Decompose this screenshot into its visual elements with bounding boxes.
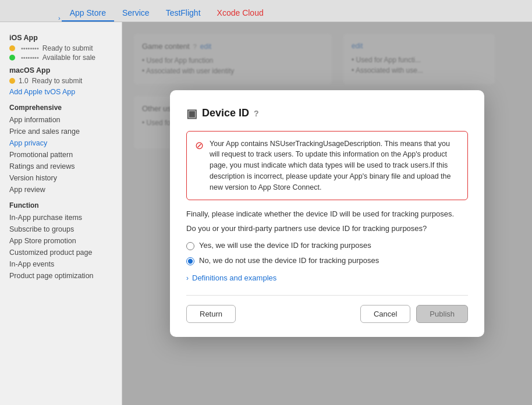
modal-question-2: Do you or your third-party partners use …	[186, 224, 468, 233]
sidebar-item-subscribe[interactable]: Subscribe to groups	[9, 223, 122, 235]
sidebar-item-events[interactable]: In-App events	[9, 258, 122, 270]
modal-question-1: Finally, please indicate whether the dev…	[186, 209, 468, 218]
sidebar-item-app-review[interactable]: App review	[9, 184, 122, 196]
warning-box: ⊘ Your App contains NSUserTrackingUsageD…	[186, 131, 468, 201]
sidebar-item-page-opt[interactable]: Product page optimization	[9, 270, 122, 282]
ios-app-row-1: •••••••• Ready to submit	[9, 44, 122, 52]
radio-no-input[interactable]	[186, 257, 194, 265]
sidebar-item-price[interactable]: Price and sales range	[9, 126, 122, 137]
warning-text: Your App contains NSUserTrackingUsageDes…	[210, 138, 459, 193]
definitions-row[interactable]: › Definitions and examples	[186, 273, 468, 282]
radio-option-yes[interactable]: Yes, we will use the device ID for track…	[186, 241, 468, 250]
modal-overlay: ▣ Device ID ? ⊘ Your App contains NSUser…	[122, 22, 532, 405]
sidebar-item-custom-page[interactable]: Customized product page	[9, 247, 122, 258]
definitions-label: Definitions and examples	[192, 273, 276, 282]
status-dot-yellow-macos	[9, 78, 15, 84]
top-navigation: › App Store Service TestFlight Xcode Clo…	[0, 0, 532, 22]
modal-title-text: Device ID	[202, 107, 249, 119]
nav-item-service[interactable]: Service	[114, 5, 158, 22]
right-buttons: Cancel Publish	[360, 305, 468, 323]
cancel-button[interactable]: Cancel	[360, 305, 410, 323]
device-id-modal: ▣ Device ID ? ⊘ Your App contains NSUser…	[170, 90, 484, 338]
sidebar-item-promotion[interactable]: App Store promotion	[9, 235, 122, 247]
macos-app-version: 1.0	[19, 77, 29, 85]
sidebar: iOS App •••••••• Ready to submit •••••••…	[0, 22, 122, 405]
sidebar-item-promotional[interactable]: Promotional pattern	[9, 149, 122, 161]
radio-option-no[interactable]: No, we do not use the device ID for trac…	[186, 256, 468, 265]
modal-buttons-row: Return Cancel Publish	[186, 295, 468, 323]
return-button[interactable]: Return	[186, 305, 236, 323]
nav-chevron: ›	[58, 15, 61, 22]
nav-item-testflight[interactable]: TestFlight	[158, 5, 209, 22]
ios-app-name-2: ••••••••	[21, 54, 39, 61]
macos-section-label: macOS App	[9, 66, 122, 74]
sidebar-item-app-info[interactable]: App information	[9, 114, 122, 126]
chevron-right-icon: ›	[186, 274, 189, 282]
sidebar-item-app-privacy[interactable]: App privacy	[9, 137, 122, 149]
modal-title-question: ?	[254, 109, 259, 118]
device-id-icon: ▣	[186, 106, 197, 120]
warning-icon: ⊘	[195, 139, 204, 193]
sidebar-item-iap[interactable]: In-App purchase items	[9, 212, 122, 223]
radio-yes-label: Yes, we will use the device ID for track…	[199, 241, 371, 250]
status-dot-green-2	[9, 55, 15, 61]
ios-app-row-2: •••••••• Available for sale	[9, 54, 122, 62]
modal-title-row: ▣ Device ID ?	[186, 106, 468, 120]
sidebar-item-version-history[interactable]: Version history	[9, 172, 122, 184]
sidebar-item-ratings[interactable]: Ratings and reviews	[9, 161, 122, 172]
nav-item-appstore[interactable]: App Store	[62, 5, 114, 22]
macos-app-status: Ready to submit	[32, 77, 83, 85]
ios-app-status-1: Ready to submit	[42, 44, 93, 52]
ios-app-name-1: ••••••••	[21, 45, 39, 52]
main-layout: iOS App •••••••• Ready to submit •••••••…	[0, 22, 532, 405]
ios-app-status-2: Available for sale	[42, 54, 95, 62]
macos-app-row-1: 1.0 Ready to submit	[9, 77, 122, 85]
radio-yes-input[interactable]	[186, 242, 194, 250]
content-area: Game content ? edit • Used for App funct…	[122, 22, 532, 405]
add-tvos-link[interactable]: Add Apple tvOS App	[9, 86, 122, 98]
status-dot-yellow-1	[9, 45, 15, 51]
nav-item-xcode-cloud[interactable]: Xcode Cloud	[209, 5, 272, 22]
radio-no-label: No, we do not use the device ID for trac…	[199, 256, 379, 265]
publish-button[interactable]: Publish	[416, 305, 468, 323]
sidebar-section-comprehensive: Comprehensive	[9, 104, 122, 112]
ios-section-label: iOS App	[9, 34, 122, 42]
sidebar-section-function: Function	[9, 201, 122, 209]
